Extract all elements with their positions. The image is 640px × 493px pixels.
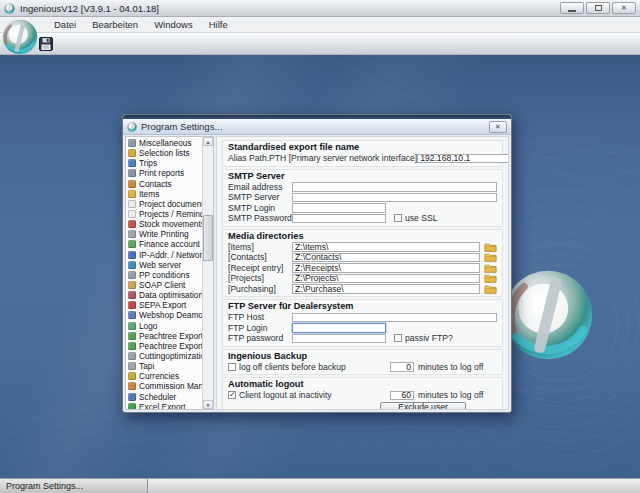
- maximize-button[interactable]: [586, 2, 610, 14]
- receipt-entry-input[interactable]: [292, 263, 480, 273]
- smtp-password-input[interactable]: [292, 214, 386, 224]
- sidebar-item-excel-export[interactable]: Excel Export: [126, 402, 202, 409]
- form-row-ftp-login: FTP Login: [228, 323, 497, 334]
- close-button[interactable]: ✕: [612, 2, 636, 14]
- menu-item-windows[interactable]: Windows: [146, 17, 201, 32]
- section-ingenious-backup: Ingenious Backuplog off clients before b…: [222, 349, 503, 376]
- sidebar-item-peachtree-export-2[interactable]: Peachtree Export 2: [126, 341, 202, 351]
- items-input[interactable]: [292, 242, 480, 252]
- sidebar-item-contacts[interactable]: Contacts: [126, 179, 202, 189]
- sepa-export-icon: [128, 301, 136, 309]
- section-automatic-logout: Automatic logoutClient logout at inactiv…: [222, 377, 503, 410]
- form-row-projects: [Projects]: [228, 273, 497, 284]
- scroll-up-button[interactable]: ▲: [203, 137, 213, 146]
- sidebar-item-web-server[interactable]: Web server: [126, 260, 202, 270]
- sidebar-item-write-printing[interactable]: Write Printing: [126, 229, 202, 239]
- form-row-contacts: [Contacts]: [228, 252, 497, 263]
- smtp-login-input[interactable]: [292, 203, 386, 213]
- purchasing-input[interactable]: [292, 284, 480, 294]
- sidebar-item-project-documents[interactable]: Project documents: [126, 199, 202, 209]
- menu-item-hilfe[interactable]: Hilfe: [201, 17, 236, 32]
- peachtree-export-1-icon: [128, 332, 136, 340]
- peachtree-export-2-icon: [128, 342, 136, 350]
- sidebar-item-stock-movements[interactable]: Stock movements: [126, 219, 202, 229]
- ftp-host-input[interactable]: [292, 313, 497, 323]
- log-off-clients-before-backup-minutes-input[interactable]: [390, 362, 414, 372]
- finance-export-icon: [128, 240, 136, 248]
- items-icon: [128, 190, 136, 198]
- menu-item-bearbeiten[interactable]: Bearbeiten: [84, 17, 146, 32]
- taskbar-tab-program-settings[interactable]: Program Settings...: [0, 479, 148, 493]
- sidebar-item-label: Webshop Deamon: [139, 310, 202, 320]
- write-printing-icon: [128, 230, 136, 238]
- alias-path-pth-primary-server-network-interface-input[interactable]: [417, 154, 509, 164]
- settings-sidebar: MiscellaneousSelection listsTripsPrint r…: [125, 136, 214, 410]
- sidebar-item-projects-reminder[interactable]: Projects / Reminder: [126, 209, 202, 219]
- log-off-clients-before-backup-checkbox[interactable]: [228, 363, 236, 371]
- contacts-browse-button[interactable]: [484, 252, 497, 262]
- sidebar-item-tapi[interactable]: Tapi: [126, 361, 202, 371]
- folder-icon: [484, 252, 497, 262]
- menu-item-datei[interactable]: Datei: [46, 17, 84, 32]
- sidebar-item-print-reports[interactable]: Print reports: [126, 168, 202, 178]
- sidebar-item-label: Excel Export: [139, 402, 186, 409]
- scroll-thumb[interactable]: [203, 215, 213, 261]
- sidebar-item-ip-addr-network[interactable]: IP-Addr. / Network: [126, 250, 202, 260]
- sidebar-item-commission-management[interactable]: Commission Management: [126, 381, 202, 391]
- save-button[interactable]: [38, 37, 54, 53]
- sidebar-item-label: Project documents: [139, 199, 202, 209]
- sidebar-item-currencies[interactable]: Currencies: [126, 371, 202, 381]
- email-address-input[interactable]: [292, 182, 497, 192]
- sidebar-item-soap-client[interactable]: SOAP Client: [126, 280, 202, 290]
- projects-browse-button[interactable]: [484, 273, 497, 283]
- exclude-user-button[interactable]: Exclude user: [380, 402, 466, 411]
- items-browse-button[interactable]: [484, 242, 497, 252]
- dialog-titlebar[interactable]: Program Settings... ✕: [123, 119, 511, 135]
- sidebar-item-webshop-deamon[interactable]: Webshop Deamon: [126, 310, 202, 320]
- section-title: Media directories: [228, 231, 497, 242]
- receipt-entry-browse-button[interactable]: [484, 263, 497, 273]
- client-logout-at-inactivity-minutes-input[interactable]: [390, 391, 414, 401]
- sidebar-item-scheduler[interactable]: Scheduler: [126, 392, 202, 402]
- client-logout-at-inactivity-checkbox[interactable]: [228, 391, 236, 399]
- purchasing-browse-button[interactable]: [484, 284, 497, 294]
- sidebar-item-label: Web server: [139, 260, 181, 270]
- field-label: FTP Login: [228, 323, 292, 333]
- sidebar-item-sepa-export[interactable]: SEPA Export: [126, 300, 202, 310]
- use-ssl-checkbox-label: use SSL: [405, 213, 438, 223]
- sidebar-item-miscellaneous[interactable]: Miscellaneous: [126, 138, 202, 148]
- cutting-icon: [128, 352, 136, 360]
- contacts-icon: [128, 180, 136, 188]
- contacts-input[interactable]: [292, 253, 480, 263]
- sidebar-item-finance-account-export[interactable]: Finance account export: [126, 239, 202, 249]
- sidebar-item-trips[interactable]: Trips: [126, 158, 202, 168]
- smtp-server-input[interactable]: [292, 193, 497, 203]
- maximize-icon: [595, 5, 602, 11]
- passiv-ftp-checkbox[interactable]: [394, 334, 402, 342]
- program-settings-dialog: Program Settings... ✕ MiscellaneousSelec…: [122, 114, 512, 413]
- ftp-login-input[interactable]: [292, 323, 386, 333]
- dialog-close-button[interactable]: ✕: [489, 121, 507, 133]
- sidebar-item-cuttingoptimization[interactable]: Cuttingoptimization: [126, 351, 202, 361]
- minimize-button[interactable]: [560, 2, 584, 14]
- sidebar-item-logo[interactable]: Logo: [126, 321, 202, 331]
- sidebar-item-data-optimisation[interactable]: Data optimisation: [126, 290, 202, 300]
- sidebar-item-label: Write Printing: [139, 229, 189, 239]
- sidebar-item-items[interactable]: Items: [126, 189, 202, 199]
- sidebar-item-label: Commission Management: [139, 381, 202, 391]
- field-label: SMTP Password: [228, 213, 292, 223]
- sidebar-item-label: Miscellaneous: [139, 138, 192, 148]
- trips-icon: [128, 159, 136, 167]
- ftp-password-input[interactable]: [292, 334, 386, 344]
- sidebar-item-pp-conditions[interactable]: PP conditions: [126, 270, 202, 280]
- scroll-down-button[interactable]: ▼: [203, 400, 213, 409]
- sidebar-item-selection-lists[interactable]: Selection lists: [126, 148, 202, 158]
- commission-icon: [128, 382, 136, 390]
- project-documents-icon: [128, 200, 136, 208]
- sidebar-item-label: Projects / Reminder: [139, 209, 202, 219]
- sidebar-item-peachtree-export-1[interactable]: Peachtree Export 1: [126, 331, 202, 341]
- projects-input[interactable]: [292, 274, 480, 284]
- status-bar: Program Settings...: [0, 478, 640, 493]
- data-optimisation-icon: [128, 291, 136, 299]
- use-ssl-checkbox[interactable]: [394, 214, 402, 222]
